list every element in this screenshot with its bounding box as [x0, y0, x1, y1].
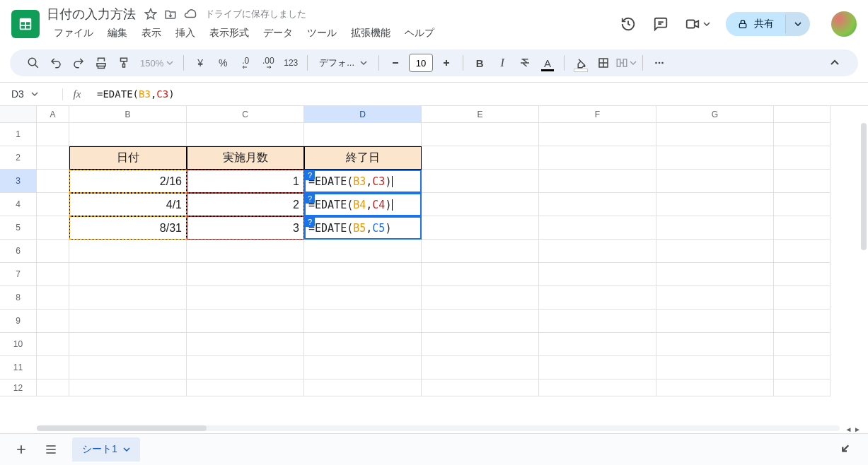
cell[interactable] [656, 216, 774, 240]
cell[interactable] [774, 146, 831, 170]
cell[interactable] [656, 333, 774, 356]
more-icon[interactable] [649, 52, 670, 73]
collapse-toolbar-icon[interactable] [824, 52, 845, 73]
percent-button[interactable]: % [212, 52, 233, 73]
star-icon[interactable] [144, 8, 157, 20]
cell[interactable] [37, 123, 69, 146]
cell[interactable] [304, 379, 422, 396]
redo-icon[interactable] [68, 52, 89, 73]
bold-button[interactable]: B [469, 52, 490, 73]
cell[interactable] [37, 310, 69, 333]
cell[interactable] [774, 170, 831, 193]
column-header[interactable]: F [539, 106, 656, 123]
menu-insert[interactable]: 挿入 [170, 24, 201, 42]
cell[interactable] [69, 333, 187, 356]
cell[interactable] [422, 286, 539, 310]
font-size-decrease[interactable] [385, 52, 406, 73]
cell[interactable] [37, 263, 69, 286]
cell[interactable] [37, 193, 69, 216]
zoom-selector[interactable]: 150% [136, 58, 178, 69]
cell[interactable] [422, 146, 539, 170]
cell[interactable] [539, 379, 656, 396]
cell[interactable] [422, 379, 539, 396]
cell[interactable] [539, 286, 656, 310]
row-header[interactable]: 8 [0, 286, 37, 310]
borders-button[interactable] [593, 52, 614, 73]
cell[interactable]: 8/31 [69, 216, 187, 240]
move-icon[interactable] [164, 8, 177, 20]
cell[interactable] [656, 263, 774, 286]
font-selector[interactable]: デフォ... [313, 57, 373, 69]
cell[interactable] [37, 286, 69, 310]
cell[interactable] [37, 379, 69, 396]
sheets-logo[interactable] [11, 10, 40, 38]
cell[interactable] [774, 379, 831, 396]
row-header[interactable]: 5 [0, 216, 37, 240]
formula-help-icon[interactable]: ? [305, 217, 315, 227]
cell[interactable] [539, 123, 656, 146]
explore-button[interactable] [838, 441, 855, 458]
name-box[interactable]: D3 [0, 88, 62, 100]
cell[interactable] [774, 356, 831, 379]
document-title[interactable]: 日付の入力方法 [47, 6, 136, 23]
comment-icon[interactable] [652, 16, 669, 33]
row-header[interactable]: 7 [0, 263, 37, 286]
cell[interactable]: ?=EDATE(B4,C4) [304, 193, 422, 216]
select-all-corner[interactable] [0, 106, 37, 123]
text-color-button[interactable]: A [537, 52, 558, 73]
cell[interactable] [656, 379, 774, 396]
cell[interactable] [539, 193, 656, 216]
cell[interactable] [422, 310, 539, 333]
search-icon[interactable] [23, 52, 44, 73]
row-header[interactable]: 10 [0, 333, 37, 356]
menu-tools[interactable]: ツール [301, 24, 342, 42]
cell[interactable] [422, 356, 539, 379]
cell[interactable]: ?=EDATE(B5,C5) [304, 216, 422, 240]
fill-color-button[interactable] [570, 52, 591, 73]
cell[interactable] [187, 263, 304, 286]
column-header[interactable]: E [422, 106, 539, 123]
cell[interactable] [37, 240, 69, 263]
cell[interactable] [774, 216, 831, 240]
cell[interactable] [539, 310, 656, 333]
all-sheets-button[interactable] [42, 441, 59, 458]
cell[interactable] [69, 310, 187, 333]
cell[interactable] [539, 263, 656, 286]
row-header[interactable]: 12 [0, 379, 37, 396]
cell[interactable] [774, 333, 831, 356]
cell[interactable] [422, 263, 539, 286]
cell[interactable] [304, 263, 422, 286]
share-dropdown[interactable] [785, 15, 810, 33]
cell[interactable] [422, 240, 539, 263]
cell[interactable] [539, 240, 656, 263]
cell[interactable] [304, 310, 422, 333]
cell[interactable] [656, 170, 774, 193]
cell[interactable] [774, 240, 831, 263]
cell[interactable] [539, 216, 656, 240]
row-header[interactable]: 2 [0, 146, 37, 170]
column-header[interactable]: A [37, 106, 69, 123]
print-icon[interactable] [91, 52, 112, 73]
cell[interactable] [422, 333, 539, 356]
cell[interactable] [69, 286, 187, 310]
cell[interactable] [656, 356, 774, 379]
cell[interactable]: 2/16 [69, 170, 187, 193]
menu-file[interactable]: ファイル [48, 24, 99, 42]
row-header[interactable]: 9 [0, 310, 37, 333]
font-size-input[interactable] [409, 54, 433, 72]
cell[interactable] [187, 286, 304, 310]
formula-help-icon[interactable]: ? [305, 194, 315, 204]
cell[interactable] [187, 356, 304, 379]
cell[interactable] [774, 263, 831, 286]
cell[interactable] [187, 333, 304, 356]
decrease-decimal-button[interactable]: .0 [235, 52, 256, 73]
cell[interactable] [422, 123, 539, 146]
cell[interactable] [37, 146, 69, 170]
cell[interactable]: 4/1 [69, 193, 187, 216]
row-header[interactable]: 4 [0, 193, 37, 216]
cell[interactable] [187, 310, 304, 333]
cell[interactable] [304, 356, 422, 379]
cell[interactable] [37, 356, 69, 379]
add-sheet-button[interactable] [13, 441, 30, 458]
cell[interactable] [774, 123, 831, 146]
